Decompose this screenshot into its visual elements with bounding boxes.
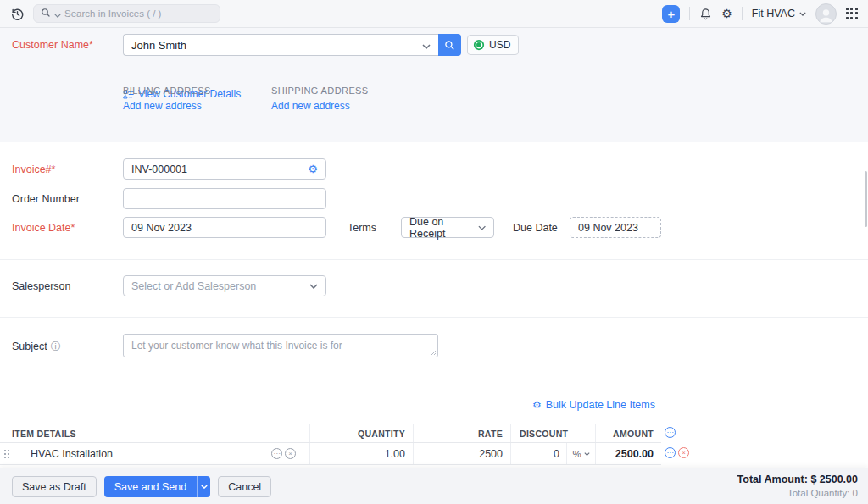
due-date-input[interactable]	[578, 222, 653, 234]
table-options-ellipsis-icon[interactable]: ⋯	[665, 427, 676, 438]
scrollbar-thumb[interactable]	[865, 171, 867, 227]
terms-label: Terms	[348, 222, 376, 234]
item-cell-actions: ⋯ ×	[271, 448, 309, 459]
subject-field	[123, 334, 438, 357]
table-header-actions: ⋯	[665, 427, 676, 438]
topbar-left	[10, 4, 220, 23]
invoice-date-input[interactable]	[131, 222, 318, 234]
divider	[742, 7, 743, 20]
save-and-send-group: Save and Send	[104, 476, 211, 497]
invoice-number-field[interactable]: ⚙	[123, 158, 326, 180]
chevron-down-icon	[201, 485, 208, 489]
apps-grid-icon[interactable]	[846, 8, 858, 19]
bulk-update-line-items[interactable]: ⚙ Bulk Update Line Items	[0, 399, 655, 411]
discount-unit-value: %	[572, 449, 581, 459]
discount-value[interactable]: 0	[511, 443, 566, 464]
divider	[0, 259, 868, 260]
item-clear-icon[interactable]: ×	[285, 448, 296, 459]
col-item-details: ITEM DETAILS	[0, 424, 309, 442]
topbar-right: + ⚙ Fit HVAC	[662, 3, 858, 25]
row-actions: ⋯ ×	[665, 447, 689, 458]
salesperson-placeholder: Select or Add Salesperson	[131, 280, 256, 292]
due-date-label: Due Date	[513, 222, 558, 234]
search-icon	[41, 6, 51, 21]
invoice-number-label: Invoice#*	[12, 163, 55, 175]
global-search[interactable]	[33, 4, 220, 23]
bulk-update-gear-icon: ⚙	[532, 399, 542, 411]
invoice-create-screen: + ⚙ Fit HVAC ?	[0, 0, 868, 504]
customer-name-input[interactable]	[131, 39, 422, 52]
customer-name-label: Customer Name*	[12, 39, 93, 51]
rate-cell[interactable]: 2500	[413, 443, 510, 464]
chevron-down-icon	[478, 225, 486, 230]
due-date-field[interactable]	[570, 217, 661, 238]
subject-label: Subjectⓘ	[12, 340, 61, 354]
row-more-ellipsis-icon[interactable]: ⋯	[665, 447, 676, 458]
chevron-down-icon	[309, 284, 318, 289]
total-amount: Total Amount: $ 2500.00	[737, 474, 858, 485]
item-name[interactable]: HVAC Installation	[31, 448, 113, 460]
amount-cell: 2500.00	[595, 443, 661, 464]
currency-code: USD	[489, 39, 510, 51]
drag-handle-icon[interactable]	[3, 449, 10, 459]
save-and-send-caret-button[interactable]	[197, 476, 210, 497]
notifications-bell-icon[interactable]	[699, 8, 712, 20]
order-number-field[interactable]	[123, 188, 326, 209]
order-number-label: Order Number	[12, 193, 80, 205]
invoice-number-settings-icon[interactable]: ⚙	[308, 163, 318, 175]
divider	[689, 7, 690, 20]
shipping-add-address-link[interactable]: Add new address	[271, 100, 350, 112]
customer-name-group	[123, 34, 461, 56]
item-more-ellipsis-icon[interactable]: ⋯	[271, 448, 282, 459]
salesperson-select[interactable]: Select or Add Salesperson	[123, 275, 326, 296]
bulk-update-label: Bulk Update Line Items	[546, 399, 655, 411]
customer-search-button[interactable]	[438, 34, 461, 56]
info-icon[interactable]: ⓘ	[51, 341, 61, 352]
total-quantity: Total Quantity: 0	[737, 488, 858, 498]
quantity-cell[interactable]: 1.00	[309, 443, 413, 464]
invoice-date-field[interactable]	[123, 217, 326, 238]
search-input[interactable]	[64, 8, 213, 19]
footer-buttons: Save as Draft Save and Send Cancel	[12, 476, 271, 497]
divider	[0, 317, 868, 318]
invoice-date-label: Invoice Date*	[12, 222, 75, 234]
person-icon	[817, 6, 835, 24]
col-quantity: QUANTITY	[309, 424, 413, 442]
invoice-number-input[interactable]	[131, 163, 308, 175]
item-table-header: ITEM DETAILS QUANTITY RATE DISCOUNT AMOU…	[0, 424, 661, 443]
terms-select[interactable]: Due on Receipt	[401, 217, 494, 238]
discount-cell: 0 %	[510, 443, 595, 464]
org-name: Fit HVAC	[752, 8, 795, 19]
search-scope-chevron-icon[interactable]	[54, 6, 61, 21]
line-item-row: HVAC Installation ⋯ × 1.00 2500 0 % 2500…	[0, 443, 661, 465]
quick-create-button[interactable]: +	[662, 5, 680, 23]
subject-textarea[interactable]	[123, 334, 438, 357]
chevron-down-icon[interactable]	[422, 37, 431, 53]
row-delete-icon[interactable]: ×	[678, 447, 689, 458]
settings-gear-icon[interactable]: ⚙	[721, 7, 732, 20]
col-rate: RATE	[413, 424, 510, 442]
chevron-down-icon	[584, 452, 590, 456]
currency-selector[interactable]: USD	[467, 35, 519, 55]
customer-name-field[interactable]	[123, 34, 438, 56]
col-amount: AMOUNT	[595, 424, 661, 442]
shipping-address-heading: SHIPPING ADDRESS	[271, 86, 369, 96]
salesperson-label: Salesperson	[12, 280, 71, 292]
col-discount: DISCOUNT	[510, 424, 595, 442]
recent-history-icon[interactable]	[10, 7, 25, 21]
search-icon	[444, 40, 455, 51]
billing-add-address-link[interactable]: Add new address	[123, 100, 202, 112]
discount-unit-select[interactable]: %	[566, 443, 595, 464]
customer-section: Customer Name* USD	[0, 28, 868, 142]
terms-value: Due on Receipt	[409, 216, 478, 240]
totals-summary: Total Amount: $ 2500.00 Total Quantity: …	[737, 474, 858, 498]
user-avatar[interactable]	[815, 3, 837, 25]
save-as-draft-button[interactable]: Save as Draft	[12, 476, 97, 497]
order-number-input[interactable]	[131, 193, 318, 205]
save-and-send-button[interactable]: Save and Send	[104, 476, 198, 497]
currency-icon	[473, 39, 485, 51]
org-switcher[interactable]: Fit HVAC	[752, 8, 806, 19]
subject-label-text: Subject	[12, 341, 47, 352]
item-details-cell[interactable]: HVAC Installation ⋯ ×	[0, 443, 309, 464]
cancel-button[interactable]: Cancel	[218, 476, 271, 497]
